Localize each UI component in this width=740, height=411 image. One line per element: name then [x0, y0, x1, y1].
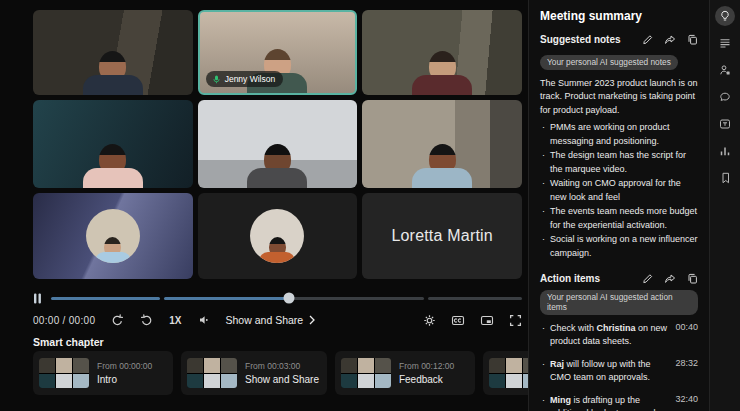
chapter-start-time: From 00:12:00: [399, 361, 454, 371]
participant-video-3: [362, 10, 522, 95]
chapter-card-partial[interactable]: [483, 351, 528, 395]
note-bullet: The events team needs more budget for th…: [540, 205, 698, 233]
participant-avatar: [86, 209, 140, 263]
action-item-text: Check with Christina on new product data…: [540, 322, 668, 349]
skip-back-button[interactable]: [111, 314, 124, 327]
chapter-name: Feedback: [399, 374, 454, 385]
participant-video-8-avatar: [198, 193, 358, 279]
secondary-controls: [423, 314, 522, 327]
share-action-items-button[interactable]: [664, 273, 676, 284]
action-item-timestamp[interactable]: 32:40: [675, 394, 698, 404]
chapter-card-show-and-share[interactable]: From 00:03:00 Show and Share: [181, 351, 327, 395]
ai-suggested-notes-badge: Your personal AI suggested notes: [540, 55, 678, 70]
action-item-row: Ming is drafting up the additional budge…: [540, 394, 698, 411]
fullscreen-button[interactable]: [509, 314, 522, 327]
meeting-recording-player: Jenny Wilson: [0, 0, 740, 411]
playback-controls: 00:00 / 00:00 1X Show and Share: [33, 308, 522, 332]
action-items-header: Action items: [540, 273, 698, 284]
notes-intro-text: The Summer 2023 product launch is on tra…: [540, 77, 698, 119]
suggested-notes-header: Suggested notes: [540, 34, 698, 45]
chapter-thumbnail: [187, 358, 237, 388]
participant-video-7-avatar: [33, 193, 193, 279]
seek-bar[interactable]: [51, 291, 522, 305]
chapter-thumbnail: [39, 358, 89, 388]
edit-action-items-button[interactable]: [642, 273, 653, 284]
participant-video-9-name-only: Loretta Martin: [362, 193, 522, 279]
action-item-person: Christina: [597, 323, 636, 333]
ai-highlights-icon[interactable]: [715, 6, 735, 26]
pause-button[interactable]: [33, 293, 42, 304]
video-stage: Jenny Wilson: [0, 0, 528, 411]
transcript-icon[interactable]: [715, 33, 735, 53]
smart-chapter-title: Smart chapter: [33, 336, 104, 348]
right-icon-rail: [709, 0, 740, 411]
action-item-text: Raj will follow up with the CMO team on …: [540, 358, 668, 385]
copy-notes-button[interactable]: [687, 34, 698, 45]
microphone-icon: [212, 74, 221, 85]
active-speaker-name-pill: Jenny Wilson: [206, 71, 284, 87]
action-item-person: Raj: [550, 359, 564, 369]
action-item-text: Ming is drafting up the additional budge…: [540, 394, 668, 411]
edit-notes-button[interactable]: [642, 34, 653, 45]
chapter-start-time: From 00:00:00: [97, 361, 152, 371]
copy-action-items-button[interactable]: [687, 273, 698, 284]
participant-video-1: [33, 10, 193, 95]
bookmark-icon[interactable]: [715, 168, 735, 188]
chat-icon[interactable]: [715, 87, 735, 107]
participant-video-active-speaker: Jenny Wilson: [198, 10, 358, 95]
settings-gear-button[interactable]: [423, 314, 436, 327]
action-item-person: Ming: [550, 395, 571, 405]
captions-icon[interactable]: [715, 114, 735, 134]
chevron-right-icon: [309, 315, 315, 325]
current-chapter-label: Show and Share: [226, 314, 304, 326]
current-chapter-button[interactable]: Show and Share: [226, 314, 316, 326]
closed-captions-button[interactable]: [451, 314, 465, 327]
chapter-thumbnail: [341, 358, 391, 388]
volume-button[interactable]: [198, 314, 210, 326]
chapter-start-time: From 00:03:00: [245, 361, 319, 371]
participant-silhouette: [77, 144, 149, 188]
playback-speed-button[interactable]: 1X: [169, 315, 181, 326]
chapter-card-feedback[interactable]: From 00:12:00 Feedback: [335, 351, 475, 395]
participant-name-label: Loretta Martin: [362, 193, 522, 279]
active-speaker-name: Jenny Wilson: [225, 74, 276, 84]
participant-video-4: [33, 100, 193, 188]
participant-avatar: [250, 209, 304, 263]
panel-title: Meeting summary: [540, 9, 698, 23]
seek-segment-played: [51, 297, 160, 300]
participant-silhouette: [77, 51, 149, 95]
chapter-thumbnail: [489, 358, 528, 388]
analytics-icon[interactable]: [715, 141, 735, 161]
time-display: 00:00 / 00:00: [33, 315, 95, 326]
playback-progress-row: [33, 291, 522, 305]
picture-in-picture-button[interactable]: [480, 314, 494, 327]
share-notes-button[interactable]: [664, 34, 676, 45]
seek-segment-remaining: [428, 297, 522, 300]
skip-forward-button[interactable]: [140, 314, 153, 327]
seek-handle[interactable]: [284, 293, 295, 304]
participant-video-5: [198, 100, 358, 188]
note-bullet: Social is working on a new influencer ca…: [540, 233, 698, 261]
note-bullet: Waiting on CMO approval for the new look…: [540, 177, 698, 205]
notes-bullet-list: PMMs are working on product messaging an…: [540, 121, 698, 260]
chapter-name: Show and Share: [245, 374, 319, 385]
participants-icon[interactable]: [715, 60, 735, 80]
participant-video-6: [362, 100, 522, 188]
smart-chapter-list: From 00:00:00 Intro From 00:03:00 Show a…: [33, 351, 528, 395]
participant-silhouette: [406, 144, 478, 188]
action-item-timestamp[interactable]: 00:40: [675, 322, 698, 332]
note-bullet: The design team has the script for the m…: [540, 149, 698, 177]
suggested-notes-label: Suggested notes: [540, 34, 642, 45]
ai-suggested-action-items-badge: Your personal AI suggested action items: [540, 290, 698, 315]
participant-silhouette: [241, 144, 313, 188]
action-items-label: Action items: [540, 273, 642, 284]
meeting-summary-panel: Meeting summary Suggested notes Your per…: [528, 0, 709, 411]
action-item-timestamp[interactable]: 28:32: [675, 358, 698, 368]
participant-silhouette: [406, 51, 478, 95]
participant-grid: Jenny Wilson: [33, 10, 522, 279]
chapter-card-intro[interactable]: From 00:00:00 Intro: [33, 351, 173, 395]
action-items-section: Action items Your personal AI suggested …: [540, 273, 698, 411]
chapter-name: Intro: [97, 374, 152, 385]
action-item-row: Raj will follow up with the CMO team on …: [540, 358, 698, 385]
note-bullet: PMMs are working on product messaging an…: [540, 121, 698, 149]
